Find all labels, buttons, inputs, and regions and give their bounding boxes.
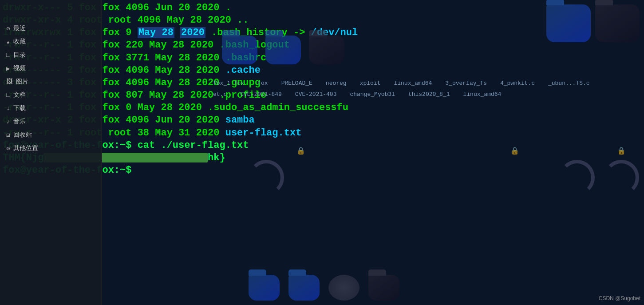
overlay-label: 3_overlay_fs xyxy=(445,80,487,87)
watermark: CSDN @Sugobet xyxy=(599,295,640,301)
overlay-label: CVE-2021-849 xyxy=(240,91,282,98)
sidebar-label-video: 视频 xyxy=(13,64,26,72)
overlay-label: neoreg xyxy=(326,80,347,87)
sidebar-item-recycle[interactable]: ⊡ 回收站 xyxy=(0,128,102,142)
sidebar-label-downloads: 下载 xyxy=(13,104,26,112)
document-icon: □ xyxy=(6,91,10,99)
overlay-label: linux_amd64 xyxy=(463,91,502,98)
loading-spinner-2 xyxy=(559,160,595,195)
sidebar-item-directory[interactable]: □ 目录 xyxy=(0,48,102,62)
sidebar-label-other: 其他位置 xyxy=(13,144,38,152)
overlay-label: 4_pwnkit.c xyxy=(500,80,535,87)
middle-folder-icons xyxy=(222,36,344,64)
sidebar-label-recycle: 回收站 xyxy=(13,131,32,139)
folder-icon-right-2 xyxy=(595,4,640,42)
sidebar-label-recent: 最近 xyxy=(13,24,26,32)
gear-icon-bottom xyxy=(328,275,360,301)
overlay-label: this2020_8_1 xyxy=(408,91,450,98)
overlay-label: linux_amd64 xyxy=(394,80,432,87)
folder-mid-2 xyxy=(265,36,301,64)
file-manager-sidebar: ⊙ 最近 ★ 收藏 □ 目录 ▶ 视频 🖼 图片 □ 文档 ↓ 下载 ♪ 音乐 … xyxy=(0,0,102,305)
sidebar-item-music[interactable]: ♪ 音乐 xyxy=(0,115,102,128)
overlay-label: fox xyxy=(257,80,268,87)
picture-icon: 🖼 xyxy=(6,78,12,85)
overlay-label: fox_1 fox xyxy=(213,80,244,87)
sidebar-item-video[interactable]: ▶ 视频 xyxy=(0,62,102,75)
overlay-label: _ubun...TS.c xyxy=(548,80,590,87)
folder-icon: □ xyxy=(6,51,10,59)
folder-bottom-2 xyxy=(288,275,320,301)
overlay-file-labels: fox_1 fox fox PRELOAD_E neoreg xploit li… xyxy=(213,80,590,98)
recycle-icon: ⊡ xyxy=(6,131,10,139)
loading-spinner-1 xyxy=(249,160,284,195)
sidebar-label-favorites: 收藏 xyxy=(13,38,26,46)
overlay-label: et.c xyxy=(213,91,227,98)
sidebar-label-documents: 文档 xyxy=(13,91,26,99)
lock-icon-3: 🔒 xyxy=(617,147,626,155)
sidebar-item-favorites[interactable]: ★ 收藏 xyxy=(0,35,102,48)
other-icon: ⊙ xyxy=(6,145,10,152)
lock-icon-1: 🔒 xyxy=(296,147,305,155)
lock-icon-2: 🔒 xyxy=(510,147,519,155)
star-icon: ★ xyxy=(6,38,10,46)
video-icon: ▶ xyxy=(6,65,10,72)
sidebar-item-documents[interactable]: □ 文档 xyxy=(0,88,102,102)
sidebar-item-downloads[interactable]: ↓ 下载 xyxy=(0,102,102,115)
overlay-label: change_Myob3l xyxy=(350,91,395,98)
recent-icon: ⊙ xyxy=(6,25,10,32)
sidebar-item-pictures[interactable]: 🖼 图片 xyxy=(0,75,102,88)
sidebar-label-music: 音乐 xyxy=(13,118,26,126)
sidebar-label-directory: 目录 xyxy=(13,51,26,59)
bottom-folder-icons xyxy=(249,275,399,301)
folder-mid-3 xyxy=(309,36,344,64)
folder-bottom-1 xyxy=(249,275,280,301)
folder-icon-right-1 xyxy=(546,4,591,42)
download-icon: ↓ xyxy=(6,105,10,112)
folder-bottom-3 xyxy=(368,275,399,301)
right-folder-area xyxy=(546,4,640,42)
loading-spinner-3 xyxy=(604,160,639,195)
overlay-label: CVE-2021-403 xyxy=(295,91,337,98)
overlay-label: PRELOAD_E xyxy=(281,80,312,87)
music-icon: ♪ xyxy=(6,118,10,125)
sidebar-label-pictures: 图片 xyxy=(16,78,28,86)
sidebar-item-recent[interactable]: ⊙ 最近 xyxy=(0,0,102,35)
sidebar-item-other[interactable]: ⊙ 其他位置 xyxy=(0,142,102,155)
overlay-label: xploit xyxy=(360,80,381,87)
folder-mid-1 xyxy=(222,36,257,64)
